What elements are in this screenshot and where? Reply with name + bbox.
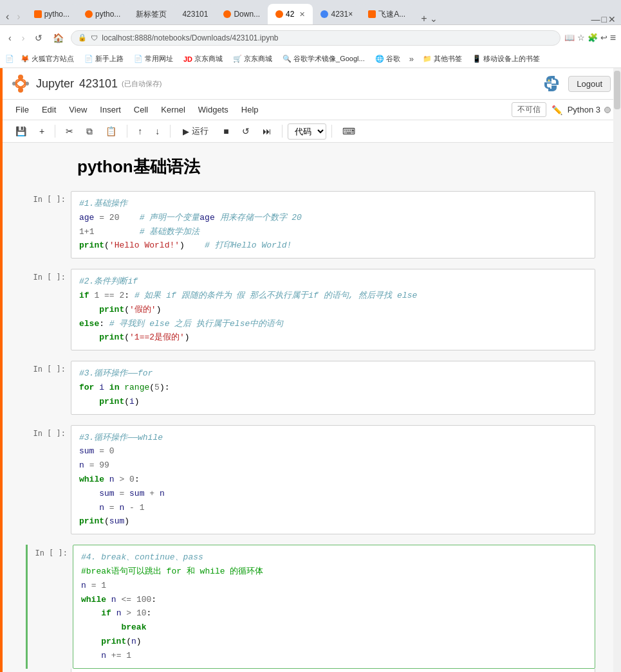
cell-2[interactable]: In [ ]: #2.条件判断if if 1 == 2: # 如果 if 跟随的… bbox=[26, 269, 595, 350]
tab-close-6[interactable]: ✕ bbox=[299, 10, 305, 19]
kernel-circle bbox=[604, 107, 611, 113]
menu-edit[interactable]: Edit bbox=[37, 103, 61, 116]
move-down-btn[interactable]: ↓ bbox=[150, 123, 165, 139]
tab-2[interactable]: pytho... bbox=[77, 4, 128, 24]
cell-5[interactable]: In [ ]: #4. break、continue、pass #break语句… bbox=[26, 545, 595, 668]
refresh-btn[interactable]: ↺ bbox=[32, 31, 46, 45]
trusted-badge[interactable]: 不可信 bbox=[512, 102, 546, 117]
cell-3[interactable]: In [ ]: #3.循环操作——for for i in range(5): … bbox=[26, 361, 595, 414]
tab-favicon-5 bbox=[223, 10, 231, 18]
bookmark-label-newbie: 新手上路 bbox=[95, 54, 124, 64]
tab-bar: ‹ › pytho... pytho... 新标签页 423101 Down..… bbox=[0, 0, 621, 24]
keyboard-btn[interactable]: ⌨ bbox=[337, 123, 360, 139]
cell-body-2[interactable]: #2.条件判断if if 1 == 2: # 如果 if 跟随的条件为 假 那么… bbox=[71, 269, 595, 350]
menu-cell[interactable]: Cell bbox=[129, 103, 153, 116]
cell-type-select[interactable]: 代码 bbox=[288, 123, 326, 140]
cell-label-1: In [ ]: bbox=[26, 191, 71, 259]
bookmark-newbie[interactable]: 📄 新手上路 bbox=[80, 53, 127, 65]
tab-label-3: 新标签页 bbox=[136, 9, 167, 20]
tab-favicon-8 bbox=[368, 10, 376, 18]
history-back-btn[interactable]: ↩ bbox=[600, 33, 607, 42]
bookmark-google[interactable]: 🌐 谷歌 bbox=[371, 53, 404, 65]
tab-5[interactable]: Down... bbox=[216, 4, 268, 24]
tab-3[interactable]: 新标签页 bbox=[128, 4, 174, 24]
notebook-name[interactable]: 423101 bbox=[79, 77, 118, 91]
python-logo-icon bbox=[541, 73, 562, 94]
copy-btn[interactable]: ⧉ bbox=[81, 123, 98, 140]
restart-btn[interactable]: ↺ bbox=[237, 123, 255, 139]
bookmark-other[interactable]: 📁 其他书签 bbox=[419, 53, 466, 65]
address-bar[interactable]: 🔒 🛡 localhost:8888/notebooks/Downloads/4… bbox=[71, 30, 560, 46]
separator-3 bbox=[170, 125, 171, 138]
reader-btn[interactable]: 📖 bbox=[564, 33, 575, 42]
bookmark-jd2[interactable]: 🛒 京东商城 bbox=[229, 53, 276, 65]
bookmark-icon: 📄 bbox=[5, 55, 14, 63]
lock-icon: 🔒 bbox=[78, 33, 87, 42]
cell-1[interactable]: In [ ]: #1.基础操作 age = 20 # 声明一个变量age 用来存… bbox=[26, 191, 595, 259]
tab-6[interactable]: 42 ✕ bbox=[268, 4, 313, 24]
tab-list-btn[interactable]: ⌄ bbox=[430, 14, 438, 24]
interrupt-btn[interactable]: ■ bbox=[218, 123, 234, 139]
menu-btn[interactable]: ≡ bbox=[610, 32, 616, 44]
pencil-icon[interactable]: ✏️ bbox=[551, 105, 562, 115]
jupyter-logo-icon bbox=[10, 73, 31, 94]
menu-widgets[interactable]: Widgets bbox=[193, 103, 234, 116]
code-line-print-else: print('1==2是假的') bbox=[79, 332, 190, 342]
tab-1[interactable]: pytho... bbox=[26, 4, 77, 24]
logout-button[interactable]: Logout bbox=[568, 76, 611, 92]
svg-point-1 bbox=[18, 87, 23, 93]
menu-file[interactable]: File bbox=[10, 103, 34, 116]
bookmark-firefox[interactable]: 🦊 火狐官方站点 bbox=[17, 53, 78, 65]
code-line-print1: print('Hello World!') # 打印Hello World! bbox=[79, 241, 292, 250]
paste-btn[interactable]: 📋 bbox=[100, 123, 122, 139]
tab-label-8: 飞速A... bbox=[378, 9, 405, 20]
cell-body-4[interactable]: #3.循环操作——while sum = 0 n = 99 while n > … bbox=[71, 425, 595, 535]
bookmark-mobile[interactable]: 📱 移动设备上的书签 bbox=[468, 53, 544, 65]
bookmark-jd1[interactable]: JD 京东商城 bbox=[180, 53, 227, 65]
new-tab-btn[interactable]: + bbox=[421, 13, 427, 24]
svg-point-7 bbox=[553, 86, 555, 88]
tab-4[interactable]: 423101 bbox=[174, 4, 216, 24]
more-bookmarks-btn[interactable]: » bbox=[407, 54, 416, 64]
tab-8[interactable]: 飞速A... bbox=[360, 4, 413, 24]
bookmark-btn[interactable]: ☆ bbox=[577, 33, 585, 42]
move-up-btn[interactable]: ↑ bbox=[133, 123, 147, 139]
separator-4 bbox=[282, 125, 283, 138]
menu-kernel[interactable]: Kernel bbox=[156, 103, 190, 116]
bookmark-scholar[interactable]: 🔍 谷歌学术镜像_Googl... bbox=[279, 53, 369, 65]
menu-help[interactable]: Help bbox=[236, 103, 264, 116]
menu-view[interactable]: View bbox=[64, 103, 92, 116]
cell-4[interactable]: In [ ]: #3.循环操作——while sum = 0 n = 99 wh… bbox=[26, 425, 595, 535]
home-btn[interactable]: 🏠 bbox=[50, 31, 67, 45]
tab-forward-btn[interactable]: › bbox=[14, 9, 23, 24]
tab-label-2: pytho... bbox=[95, 10, 120, 19]
tab-7[interactable]: 4231× bbox=[313, 4, 360, 24]
tab-label-4: 423101 bbox=[182, 10, 208, 19]
menu-insert[interactable]: Insert bbox=[95, 103, 126, 116]
tab-favicon-6 bbox=[275, 10, 283, 18]
back-btn[interactable]: ‹ bbox=[5, 31, 15, 45]
cell-body-3[interactable]: #3.循环操作——for for i in range(5): print(i) bbox=[71, 361, 595, 414]
jupyter-title: Jupyter bbox=[36, 77, 74, 91]
restart-run-btn[interactable]: ⏭ bbox=[257, 123, 277, 139]
minimize-btn[interactable]: — bbox=[591, 14, 600, 24]
tab-label-5: Down... bbox=[234, 10, 260, 19]
scrollbar-thumb[interactable] bbox=[614, 71, 620, 109]
cell-body-1[interactable]: #1.基础操作 age = 20 # 声明一个变量age 用来存储一个数字 20… bbox=[71, 191, 595, 259]
cell-body-5[interactable]: #4. break、continue、pass #break语句可以跳出 for… bbox=[73, 545, 595, 668]
bookmark-icon-google: 🌐 bbox=[375, 55, 384, 63]
forward-btn[interactable]: › bbox=[19, 31, 28, 45]
close-btn[interactable]: ✕ bbox=[608, 14, 616, 24]
bookmark-common[interactable]: 📄 常用网址 bbox=[130, 53, 177, 65]
scrollbar-track[interactable] bbox=[613, 68, 621, 672]
maximize-btn[interactable]: □ bbox=[602, 14, 607, 24]
tab-back-btn[interactable]: ‹ bbox=[3, 9, 12, 24]
save-btn[interactable]: 💾 bbox=[10, 123, 32, 139]
code-comment-2: #2.条件判断if bbox=[79, 277, 138, 286]
cut-btn[interactable]: ✂ bbox=[60, 123, 79, 139]
add-cell-btn[interactable]: + bbox=[34, 123, 50, 139]
run-btn[interactable]: ▶ 运行 bbox=[176, 123, 216, 140]
extensions-btn[interactable]: 🧩 bbox=[588, 33, 598, 42]
cell-label-4: In [ ]: bbox=[26, 425, 71, 535]
separator-2 bbox=[127, 125, 127, 138]
